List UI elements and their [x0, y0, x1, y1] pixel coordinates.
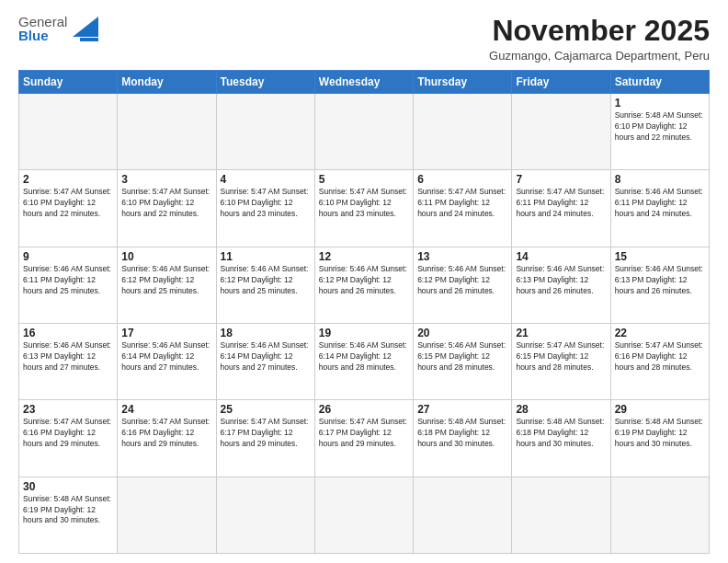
logo-graphic: [73, 17, 98, 41]
week-row-0: 1Sunrise: 5:48 AM Sunset: 6:10 PM Daylig…: [19, 94, 710, 170]
day-number: 17: [121, 327, 211, 339]
logo: General Blue: [18, 15, 98, 42]
day-info: Sunrise: 5:46 AM Sunset: 6:13 PM Dayligh…: [615, 264, 705, 297]
day-number: 20: [417, 327, 507, 339]
calendar-cell: 5Sunrise: 5:47 AM Sunset: 6:10 PM Daylig…: [314, 170, 413, 247]
day-number: 21: [516, 327, 606, 339]
day-number: 6: [417, 173, 507, 186]
day-info: Sunrise: 5:46 AM Sunset: 6:12 PM Dayligh…: [417, 264, 507, 297]
calendar-cell: 29Sunrise: 5:48 AM Sunset: 6:19 PM Dayli…: [610, 400, 709, 477]
calendar-header: Sunday Monday Tuesday Wednesday Thursday…: [19, 71, 710, 94]
day-info: Sunrise: 5:46 AM Sunset: 6:13 PM Dayligh…: [23, 340, 113, 373]
day-number: 12: [319, 250, 409, 263]
calendar-cell: 11Sunrise: 5:46 AM Sunset: 6:12 PM Dayli…: [216, 247, 314, 323]
day-info: Sunrise: 5:47 AM Sunset: 6:16 PM Dayligh…: [23, 417, 113, 450]
day-info: Sunrise: 5:47 AM Sunset: 6:17 PM Dayligh…: [319, 417, 409, 450]
day-number: 3: [121, 173, 211, 186]
calendar-cell: [314, 477, 413, 553]
calendar-cell: 8Sunrise: 5:46 AM Sunset: 6:11 PM Daylig…: [610, 170, 709, 247]
calendar-cell: 21Sunrise: 5:47 AM Sunset: 6:15 PM Dayli…: [512, 324, 610, 400]
day-info: Sunrise: 5:47 AM Sunset: 6:11 PM Dayligh…: [417, 187, 507, 220]
calendar-cell: 27Sunrise: 5:48 AM Sunset: 6:18 PM Dayli…: [414, 400, 512, 477]
page: General Blue November 2025 Guzmango, Caj…: [0, 0, 728, 563]
calendar-cell: [414, 94, 512, 170]
day-number: 5: [319, 173, 409, 186]
week-row-1: 2Sunrise: 5:47 AM Sunset: 6:10 PM Daylig…: [19, 170, 710, 247]
day-number: 10: [121, 250, 211, 263]
calendar-cell: 28Sunrise: 5:48 AM Sunset: 6:18 PM Dayli…: [512, 400, 610, 477]
calendar-cell: [414, 477, 512, 553]
logo-bar: [80, 38, 98, 41]
col-thursday: Thursday: [414, 71, 512, 94]
month-title: November 2025: [489, 15, 710, 47]
calendar-cell: 15Sunrise: 5:46 AM Sunset: 6:13 PM Dayli…: [610, 247, 709, 323]
day-info: Sunrise: 5:46 AM Sunset: 6:11 PM Dayligh…: [615, 187, 705, 220]
day-info: Sunrise: 5:47 AM Sunset: 6:11 PM Dayligh…: [516, 187, 606, 220]
day-number: 8: [615, 173, 705, 186]
day-number: 26: [319, 403, 409, 416]
week-row-4: 23Sunrise: 5:47 AM Sunset: 6:16 PM Dayli…: [19, 400, 710, 477]
day-number: 14: [516, 250, 606, 263]
calendar-cell: 23Sunrise: 5:47 AM Sunset: 6:16 PM Dayli…: [19, 400, 118, 477]
day-info: Sunrise: 5:48 AM Sunset: 6:19 PM Dayligh…: [23, 494, 113, 527]
calendar-cell: 19Sunrise: 5:46 AM Sunset: 6:14 PM Dayli…: [314, 324, 413, 400]
day-number: 24: [121, 403, 211, 416]
calendar-cell: 18Sunrise: 5:46 AM Sunset: 6:14 PM Dayli…: [216, 324, 314, 400]
calendar-cell: 2Sunrise: 5:47 AM Sunset: 6:10 PM Daylig…: [19, 170, 118, 247]
col-sunday: Sunday: [19, 71, 118, 94]
calendar-cell: 14Sunrise: 5:46 AM Sunset: 6:13 PM Dayli…: [512, 247, 610, 323]
col-friday: Friday: [512, 71, 610, 94]
col-wednesday: Wednesday: [314, 71, 413, 94]
day-info: Sunrise: 5:47 AM Sunset: 6:10 PM Dayligh…: [319, 187, 409, 220]
day-number: 15: [615, 250, 705, 263]
calendar-cell: 24Sunrise: 5:47 AM Sunset: 6:16 PM Dayli…: [118, 400, 216, 477]
day-number: 1: [615, 97, 705, 109]
calendar-cell: 9Sunrise: 5:46 AM Sunset: 6:11 PM Daylig…: [19, 247, 118, 323]
day-number: 4: [221, 173, 311, 186]
calendar-cell: 4Sunrise: 5:47 AM Sunset: 6:10 PM Daylig…: [216, 170, 314, 247]
calendar-cell: 10Sunrise: 5:46 AM Sunset: 6:12 PM Dayli…: [118, 247, 216, 323]
day-info: Sunrise: 5:48 AM Sunset: 6:19 PM Dayligh…: [615, 417, 705, 450]
calendar-cell: 22Sunrise: 5:47 AM Sunset: 6:16 PM Dayli…: [610, 324, 709, 400]
week-row-3: 16Sunrise: 5:46 AM Sunset: 6:13 PM Dayli…: [19, 324, 710, 400]
col-tuesday: Tuesday: [216, 71, 314, 94]
day-number: 19: [319, 327, 409, 339]
calendar-cell: [216, 477, 314, 553]
day-info: Sunrise: 5:47 AM Sunset: 6:17 PM Dayligh…: [221, 417, 311, 450]
calendar-cell: 16Sunrise: 5:46 AM Sunset: 6:13 PM Dayli…: [19, 324, 118, 400]
day-number: 9: [23, 250, 113, 263]
calendar-cell: 20Sunrise: 5:46 AM Sunset: 6:15 PM Dayli…: [414, 324, 512, 400]
day-info: Sunrise: 5:46 AM Sunset: 6:14 PM Dayligh…: [121, 340, 211, 373]
day-info: Sunrise: 5:47 AM Sunset: 6:15 PM Dayligh…: [516, 340, 606, 373]
day-info: Sunrise: 5:48 AM Sunset: 6:10 PM Dayligh…: [615, 110, 705, 144]
day-info: Sunrise: 5:48 AM Sunset: 6:18 PM Dayligh…: [417, 417, 507, 450]
calendar-cell: [512, 477, 610, 553]
header-row: Sunday Monday Tuesday Wednesday Thursday…: [19, 71, 710, 94]
day-info: Sunrise: 5:46 AM Sunset: 6:12 PM Dayligh…: [121, 264, 211, 297]
calendar-body: 1Sunrise: 5:48 AM Sunset: 6:10 PM Daylig…: [19, 94, 710, 554]
day-number: 25: [221, 403, 311, 416]
day-number: 29: [615, 403, 705, 416]
day-number: 23: [23, 403, 113, 416]
calendar-cell: [19, 94, 118, 170]
col-saturday: Saturday: [610, 71, 709, 94]
calendar-cell: 7Sunrise: 5:47 AM Sunset: 6:11 PM Daylig…: [512, 170, 610, 247]
logo-triangle-icon: [73, 17, 98, 37]
logo-blue: Blue: [18, 29, 67, 42]
day-number: 30: [23, 480, 113, 493]
calendar-cell: 30Sunrise: 5:48 AM Sunset: 6:19 PM Dayli…: [19, 477, 118, 553]
calendar-cell: 3Sunrise: 5:47 AM Sunset: 6:10 PM Daylig…: [118, 170, 216, 247]
day-info: Sunrise: 5:47 AM Sunset: 6:10 PM Dayligh…: [23, 187, 113, 220]
calendar-cell: 12Sunrise: 5:46 AM Sunset: 6:12 PM Dayli…: [314, 247, 413, 323]
calendar-cell: [314, 94, 413, 170]
calendar-cell: 25Sunrise: 5:47 AM Sunset: 6:17 PM Dayli…: [216, 400, 314, 477]
calendar-cell: 17Sunrise: 5:46 AM Sunset: 6:14 PM Dayli…: [118, 324, 216, 400]
svg-marker-0: [73, 17, 98, 37]
day-number: 27: [417, 403, 507, 416]
calendar-cell: 1Sunrise: 5:48 AM Sunset: 6:10 PM Daylig…: [610, 94, 709, 170]
subtitle: Guzmango, Cajamarca Department, Peru: [489, 49, 710, 63]
day-info: Sunrise: 5:46 AM Sunset: 6:12 PM Dayligh…: [319, 264, 409, 297]
calendar-cell: [610, 477, 709, 553]
day-info: Sunrise: 5:46 AM Sunset: 6:14 PM Dayligh…: [319, 340, 409, 373]
day-number: 16: [23, 327, 113, 339]
